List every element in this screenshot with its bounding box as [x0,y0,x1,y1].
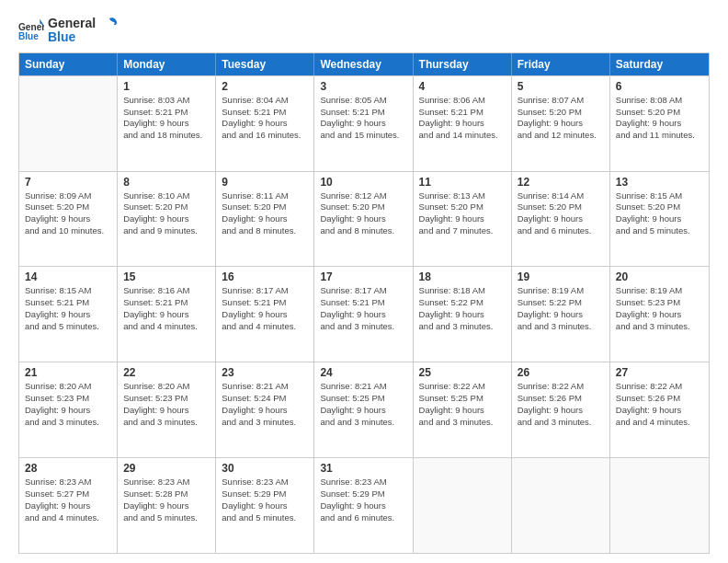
sunrise-text: Sunrise: 8:23 AM [222,477,308,488]
calendar-cell: 22Sunrise: 8:20 AMSunset: 5:23 PMDayligh… [118,362,216,457]
calendar-cell: 30Sunrise: 8:23 AMSunset: 5:29 PMDayligh… [216,458,314,553]
daylight-text: Daylight: 9 hours [518,213,604,225]
sunset-text: Sunset: 5:20 PM [616,107,703,119]
header-day-monday: Monday [118,53,216,75]
sunrise-text: Sunrise: 8:19 AM [518,285,604,297]
svg-text:Blue: Blue [18,32,39,42]
calendar-body: 1Sunrise: 8:03 AMSunset: 5:21 PMDaylight… [19,75,709,553]
daylight-text-cont: and and 4 minutes. [222,321,308,333]
sunrise-text: Sunrise: 8:03 AM [123,95,210,107]
daylight-text-cont: and and 12 minutes. [518,130,604,142]
sunrise-text: Sunrise: 8:04 AM [222,95,308,107]
daylight-text: Daylight: 9 hours [419,118,506,130]
daylight-text-cont: and and 10 minutes. [25,225,111,237]
daylight-text: Daylight: 9 hours [123,405,210,417]
day-number: 28 [25,462,111,475]
sunrise-text: Sunrise: 8:20 AM [25,381,111,393]
calendar-cell: 18Sunrise: 8:18 AMSunset: 5:22 PMDayligh… [414,267,512,362]
calendar-cell: 19Sunrise: 8:19 AMSunset: 5:22 PMDayligh… [512,267,610,362]
calendar-cell: 20Sunrise: 8:19 AMSunset: 5:23 PMDayligh… [610,267,709,362]
day-number: 22 [123,366,210,379]
sunset-text: Sunset: 5:29 PM [320,488,406,500]
daylight-text: Daylight: 9 hours [222,500,308,512]
sunrise-text: Sunrise: 8:22 AM [419,381,506,393]
sunrise-text: Sunrise: 8:08 AM [616,95,703,107]
daylight-text: Daylight: 9 hours [616,118,703,130]
daylight-text-cont: and and 3 minutes. [518,417,604,429]
sunset-text: Sunset: 5:28 PM [123,488,210,500]
sunrise-text: Sunrise: 8:22 AM [616,381,703,393]
day-number: 10 [320,176,406,189]
daylight-text: Daylight: 9 hours [222,405,308,417]
day-number: 23 [222,366,308,379]
daylight-text: Daylight: 9 hours [320,500,406,512]
daylight-text-cont: and and 3 minutes. [419,321,506,333]
daylight-text-cont: and and 16 minutes. [222,130,308,142]
calendar-row-3: 21Sunrise: 8:20 AMSunset: 5:23 PMDayligh… [19,362,709,457]
sunset-text: Sunset: 5:21 PM [320,107,406,119]
logo-icon: General Blue [18,17,44,43]
day-number: 7 [25,176,111,189]
sunset-text: Sunset: 5:20 PM [222,201,308,213]
sunrise-text: Sunrise: 8:13 AM [419,190,506,202]
daylight-text: Daylight: 9 hours [25,309,111,321]
daylight-text-cont: and and 4 minutes. [25,512,111,524]
sunset-text: Sunset: 5:21 PM [222,297,308,309]
sunrise-text: Sunrise: 8:23 AM [320,477,406,488]
sunset-text: Sunset: 5:20 PM [419,201,506,213]
daylight-text-cont: and and 4 minutes. [123,321,210,333]
daylight-text-cont: and and 3 minutes. [222,417,308,429]
daylight-text-cont: and and 3 minutes. [320,321,406,333]
sunset-text: Sunset: 5:20 PM [518,201,604,213]
sunset-text: Sunset: 5:26 PM [518,393,604,405]
sunset-text: Sunset: 5:21 PM [123,297,210,309]
header-day-saturday: Saturday [610,53,709,75]
calendar-row-0: 1Sunrise: 8:03 AMSunset: 5:21 PMDaylight… [19,75,709,171]
day-number: 5 [518,80,604,93]
daylight-text-cont: and and 3 minutes. [123,417,210,429]
daylight-text: Daylight: 9 hours [222,213,308,225]
sunset-text: Sunset: 5:25 PM [320,393,406,405]
calendar-cell: 4Sunrise: 8:06 AMSunset: 5:21 PMDaylight… [414,76,512,171]
sunset-text: Sunset: 5:25 PM [419,393,506,405]
daylight-text: Daylight: 9 hours [123,213,210,225]
calendar-cell: 14Sunrise: 8:15 AMSunset: 5:21 PMDayligh… [19,267,118,362]
daylight-text: Daylight: 9 hours [320,118,406,130]
daylight-text: Daylight: 9 hours [518,309,604,321]
day-number: 6 [616,80,703,93]
sunrise-text: Sunrise: 8:22 AM [518,381,604,393]
calendar-cell: 28Sunrise: 8:23 AMSunset: 5:27 PMDayligh… [19,458,118,553]
daylight-text-cont: and and 5 minutes. [123,512,210,524]
logo-general: General [48,17,96,30]
sunset-text: Sunset: 5:26 PM [616,393,703,405]
daylight-text: Daylight: 9 hours [518,405,604,417]
daylight-text: Daylight: 9 hours [222,309,308,321]
sunrise-text: Sunrise: 8:16 AM [123,285,210,297]
calendar-cell: 21Sunrise: 8:20 AMSunset: 5:23 PMDayligh… [19,362,118,457]
logo: General Blue General Blue [18,17,118,45]
daylight-text: Daylight: 9 hours [320,213,406,225]
calendar-cell: 26Sunrise: 8:22 AMSunset: 5:26 PMDayligh… [512,362,610,457]
daylight-text-cont: and and 5 minutes. [616,225,703,237]
daylight-text: Daylight: 9 hours [320,309,406,321]
sunrise-text: Sunrise: 8:19 AM [616,285,703,297]
daylight-text-cont: and and 3 minutes. [25,417,111,429]
calendar-cell: 31Sunrise: 8:23 AMSunset: 5:29 PMDayligh… [314,458,413,553]
daylight-text-cont: and and 8 minutes. [320,225,406,237]
header-day-friday: Friday [512,53,610,75]
calendar-cell [414,458,512,553]
day-number: 29 [123,462,210,475]
calendar-cell: 16Sunrise: 8:17 AMSunset: 5:21 PMDayligh… [216,267,314,362]
day-number: 13 [616,176,703,189]
daylight-text-cont: and and 3 minutes. [518,321,604,333]
day-number: 4 [419,80,506,93]
daylight-text: Daylight: 9 hours [419,213,506,225]
sunrise-text: Sunrise: 8:15 AM [616,190,703,202]
daylight-text: Daylight: 9 hours [123,309,210,321]
calendar-cell: 7Sunrise: 8:09 AMSunset: 5:20 PMDaylight… [19,172,118,267]
day-number: 14 [25,270,111,283]
sunset-text: Sunset: 5:21 PM [25,297,111,309]
calendar-header: SundayMondayTuesdayWednesdayThursdayFrid… [19,53,709,75]
calendar-cell: 17Sunrise: 8:17 AMSunset: 5:21 PMDayligh… [314,267,413,362]
daylight-text-cont: and and 6 minutes. [518,225,604,237]
